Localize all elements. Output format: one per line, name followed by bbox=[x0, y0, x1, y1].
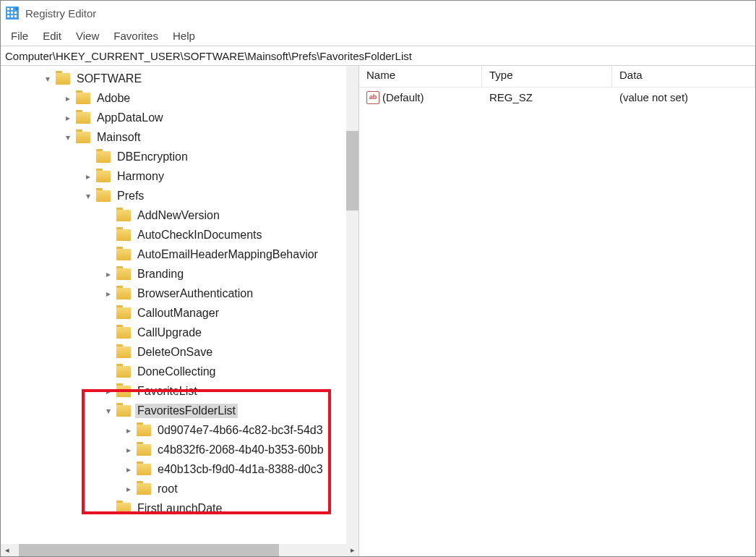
tree-item-software[interactable]: ▾ SOFTWARE bbox=[1, 69, 358, 88]
app-icon bbox=[5, 6, 20, 20]
chevron-right-icon[interactable]: ▸ bbox=[61, 111, 74, 124]
svg-rect-2 bbox=[11, 8, 13, 10]
tree-item-branding[interactable]: ▸ Branding bbox=[1, 264, 358, 284]
menu-help[interactable]: Help bbox=[166, 27, 202, 44]
column-header-data[interactable]: Data bbox=[612, 66, 755, 87]
svg-rect-5 bbox=[11, 12, 13, 14]
tree-item-favoritesfolderlist[interactable]: ▾ FavoritesFolderList bbox=[1, 401, 358, 420]
tree-view[interactable]: ▾ SOFTWARE ▸ Adobe ▸ AppDataL bbox=[1, 66, 358, 544]
tree-item-mainsoft[interactable]: ▾ Mainsoft bbox=[1, 127, 358, 147]
svg-rect-1 bbox=[7, 8, 9, 10]
tree-item-guid1[interactable]: ▸ 0d9074e7-4b66-4c82-bc3f-54d3 bbox=[1, 420, 358, 440]
folder-icon bbox=[56, 73, 70, 85]
tree-item-prefs[interactable]: ▾ Prefs bbox=[1, 186, 358, 205]
scroll-left-icon[interactable]: ◂ bbox=[1, 544, 13, 556]
address-text: Computer\HKEY_CURRENT_USER\SOFTWARE\Main… bbox=[5, 50, 412, 62]
tree-item-autoemailheader[interactable]: ▸ AutoEmailHeaderMappingBehavior bbox=[1, 245, 358, 264]
scrollbar-thumb[interactable] bbox=[346, 131, 358, 211]
tree-item-autocheckindocuments[interactable]: ▸ AutoCheckInDocuments bbox=[1, 225, 358, 245]
chevron-right-icon[interactable]: ▸ bbox=[122, 424, 135, 437]
value-type: REG_SZ bbox=[482, 91, 612, 103]
svg-rect-9 bbox=[14, 15, 17, 17]
list-header: Name Type Data bbox=[359, 66, 755, 88]
menu-file[interactable]: File bbox=[4, 27, 35, 44]
folder-icon bbox=[116, 249, 131, 260]
tree-item-deleteonsave[interactable]: ▸ DeleteOnSave bbox=[1, 342, 358, 362]
tree-item-harmony[interactable]: ▸ Harmony bbox=[1, 166, 358, 186]
folder-icon bbox=[96, 171, 111, 182]
folder-icon bbox=[116, 327, 131, 339]
chevron-right-icon[interactable]: ▸ bbox=[61, 92, 74, 105]
tree-pane: ▾ SOFTWARE ▸ Adobe ▸ AppDataL bbox=[1, 66, 359, 556]
chevron-right-icon[interactable]: ▸ bbox=[122, 463, 135, 476]
value-name: (Default) bbox=[382, 91, 424, 103]
chevron-right-icon[interactable]: ▸ bbox=[122, 482, 135, 496]
registry-editor-window: Registry Editor File Edit View Favorites… bbox=[0, 0, 756, 557]
list-row[interactable]: ab (Default) REG_SZ (value not set) bbox=[359, 88, 755, 107]
folder-icon bbox=[116, 229, 131, 241]
menu-view[interactable]: View bbox=[69, 27, 106, 44]
folder-icon bbox=[137, 444, 151, 456]
list-body[interactable]: ab (Default) REG_SZ (value not set) bbox=[359, 88, 755, 556]
tree-item-root[interactable]: ▸ root bbox=[1, 479, 358, 498]
folder-icon bbox=[116, 288, 131, 299]
tree-item-firstlaunchdate[interactable]: ▸ FirstLaunchDate bbox=[1, 498, 358, 518]
chevron-down-icon[interactable]: ▾ bbox=[102, 404, 115, 417]
tree-item-addnewversion[interactable]: ▸ AddNewVersion bbox=[1, 205, 358, 225]
chevron-down-icon[interactable]: ▾ bbox=[82, 190, 95, 203]
tree-item-guid3[interactable]: ▸ e40b13cb-f9d0-4d1a-8388-d0c3 bbox=[1, 459, 358, 479]
folder-icon bbox=[116, 307, 131, 319]
main-area: ▾ SOFTWARE ▸ Adobe ▸ AppDataL bbox=[1, 66, 755, 556]
svg-rect-7 bbox=[7, 15, 9, 17]
tree-item-calloutmanager[interactable]: ▸ CalloutManager bbox=[1, 303, 358, 323]
chevron-right-icon[interactable]: ▸ bbox=[102, 268, 115, 281]
chevron-right-icon[interactable]: ▸ bbox=[82, 170, 95, 183]
menu-edit[interactable]: Edit bbox=[35, 27, 69, 44]
folder-icon bbox=[96, 190, 111, 202]
chevron-down-icon[interactable]: ▾ bbox=[41, 72, 54, 85]
column-header-name[interactable]: Name bbox=[359, 66, 482, 87]
tree-item-browserauth[interactable]: ▸ BrowserAuthentication bbox=[1, 284, 358, 303]
tree-item-dbencryption[interactable]: ▸ DBEncryption bbox=[1, 147, 358, 166]
titlebar: Registry Editor bbox=[1, 1, 755, 25]
tree-item-adobe[interactable]: ▸ Adobe bbox=[1, 88, 358, 108]
tree-item-guid2[interactable]: ▸ c4b832f6-2068-4b40-b353-60bb bbox=[1, 440, 358, 459]
svg-rect-8 bbox=[11, 15, 13, 17]
string-value-icon: ab bbox=[366, 91, 379, 104]
folder-icon bbox=[116, 346, 131, 358]
svg-rect-6 bbox=[14, 12, 17, 14]
folder-icon bbox=[116, 503, 131, 514]
folder-icon bbox=[116, 268, 131, 280]
scrollbar-thumb[interactable] bbox=[19, 544, 279, 556]
folder-icon bbox=[96, 151, 111, 163]
tree-item-callupgrade[interactable]: ▸ CallUpgrade bbox=[1, 323, 358, 342]
folder-icon bbox=[116, 366, 131, 378]
folder-icon bbox=[116, 386, 131, 397]
horizontal-scrollbar[interactable]: ◂ ▸ bbox=[1, 544, 358, 556]
tree-item-favoritelist[interactable]: ▸ FavoriteList bbox=[1, 381, 358, 401]
folder-icon bbox=[137, 483, 151, 495]
chevron-right-icon[interactable]: ▸ bbox=[102, 385, 115, 398]
chevron-right-icon[interactable]: ▸ bbox=[102, 287, 115, 300]
folder-icon bbox=[76, 112, 90, 124]
menu-favorites[interactable]: Favorites bbox=[106, 27, 166, 44]
folder-icon bbox=[76, 132, 90, 143]
vertical-scrollbar[interactable] bbox=[346, 66, 358, 544]
scroll-right-icon[interactable]: ▸ bbox=[346, 544, 358, 556]
values-pane: Name Type Data ab (Default) REG_SZ (valu… bbox=[359, 66, 755, 556]
chevron-down-icon[interactable]: ▾ bbox=[61, 131, 74, 144]
tree-item-donecollecting[interactable]: ▸ DoneCollecting bbox=[1, 362, 358, 381]
folder-icon bbox=[116, 405, 131, 417]
tree-item-appdatalow[interactable]: ▸ AppDataLow bbox=[1, 108, 358, 127]
folder-icon bbox=[137, 425, 151, 436]
address-bar[interactable]: Computer\HKEY_CURRENT_USER\SOFTWARE\Main… bbox=[1, 46, 755, 66]
svg-rect-4 bbox=[7, 12, 9, 14]
menubar: File Edit View Favorites Help bbox=[1, 25, 755, 46]
folder-icon bbox=[137, 464, 151, 475]
value-data: (value not set) bbox=[612, 91, 755, 103]
chevron-right-icon[interactable]: ▸ bbox=[122, 443, 135, 456]
window-title: Registry Editor bbox=[25, 7, 96, 20]
folder-icon bbox=[116, 210, 131, 221]
column-header-type[interactable]: Type bbox=[482, 66, 612, 87]
folder-icon bbox=[76, 93, 90, 104]
